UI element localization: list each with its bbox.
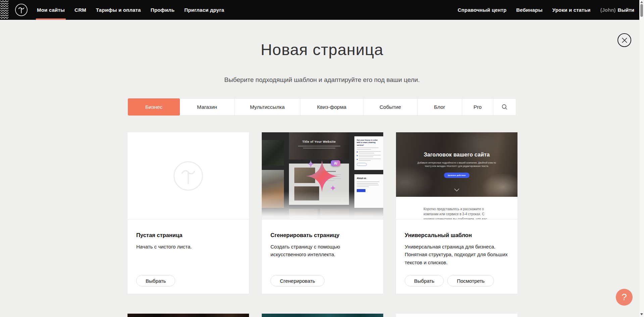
- scrollbar-down-arrow-icon[interactable]: [640, 313, 643, 315]
- user-chunk: (John) Выйти: [600, 7, 634, 13]
- primary-nav: Мои сайты CRM Тарифы и оплата Профиль Пр…: [37, 0, 224, 20]
- card-actions: Сгенерировать: [270, 275, 325, 286]
- template-cards-row: Пустая страница Начать с чистого листа. …: [128, 132, 517, 294]
- page-title: Новая страница: [0, 40, 644, 59]
- chevron-down-icon: [454, 188, 460, 192]
- card-title: Пустая страница: [136, 232, 240, 238]
- scrollbar-thumb[interactable]: [640, 4, 643, 17]
- zigzag-decoration: [0, 0, 9, 20]
- select-button[interactable]: Выбрать: [136, 275, 175, 286]
- tab-quiz-form[interactable]: Квиз-форма: [300, 98, 363, 116]
- nav-tariffs[interactable]: Тарифы и оплата: [96, 0, 141, 20]
- template-cta-button: Целевое действие: [444, 173, 469, 178]
- nav-crm[interactable]: CRM: [75, 0, 86, 20]
- template-preview-partial: [262, 314, 383, 317]
- nav-my-sites-label: Мои сайты: [37, 7, 65, 13]
- help-button[interactable]: ?: [616, 289, 633, 306]
- tilda-logo[interactable]: [15, 3, 28, 16]
- blank-page-preview: [128, 132, 249, 219]
- template-card-partial[interactable]: [396, 314, 517, 317]
- nav-help-center[interactable]: Справочный центр: [458, 0, 507, 20]
- tab-business[interactable]: Бизнес: [128, 98, 180, 116]
- template-hero-title: Заголовок вашего сайта: [396, 152, 517, 158]
- search-icon: [501, 103, 508, 111]
- page: Мои сайты CRM Тарифы и оплата Профиль Пр…: [0, 0, 644, 317]
- template-hero: Заголовок вашего сайта Добавьте интересн…: [396, 132, 517, 197]
- scrollbar-up-arrow-icon[interactable]: [640, 1, 643, 3]
- secondary-nav: Справочный центр Вебинары Уроки и статьи…: [458, 0, 634, 20]
- template-cards-row-2: [128, 314, 517, 317]
- card-description: Начать с чистого листа.: [136, 243, 241, 251]
- template-hero-subtitle: Добавьте интересные подробности о вашей …: [415, 161, 499, 168]
- ai-generate-preview: Title of Your Website Get y: [262, 132, 383, 219]
- logout-link[interactable]: Выйти: [618, 7, 634, 13]
- template-card-ai-generate[interactable]: Title of Your Website Get y: [262, 132, 383, 294]
- active-nav-underline: [36, 18, 66, 20]
- card-title: Сгенерировать страницу: [270, 232, 375, 238]
- universal-template-preview: Заголовок вашего сайта Добавьте интересн…: [396, 132, 517, 219]
- card-body: Универсальный шаблон Универсальная стран…: [396, 219, 517, 293]
- tab-pro[interactable]: Pro: [462, 98, 493, 116]
- template-body-text: Коротко представьтесь и расскажите о ком…: [424, 207, 490, 219]
- tab-blog[interactable]: Блог: [417, 98, 462, 116]
- nav-lessons[interactable]: Уроки и статьи: [552, 0, 591, 20]
- top-nav: Мои сайты CRM Тарифы и оплата Профиль Пр…: [0, 0, 639, 20]
- tab-search[interactable]: [493, 98, 516, 116]
- nav-my-sites[interactable]: Мои сайты: [37, 0, 65, 20]
- card-body: Пустая страница Начать с чистого листа. …: [128, 219, 249, 293]
- template-card-partial[interactable]: [128, 314, 249, 317]
- tab-event[interactable]: Событие: [363, 98, 417, 116]
- generate-button[interactable]: Сгенерировать: [270, 275, 325, 286]
- preview-fade-overlay: [262, 132, 383, 219]
- view-button[interactable]: Посмотреть: [447, 275, 494, 286]
- template-card-universal[interactable]: Заголовок вашего сайта Добавьте интересн…: [396, 132, 517, 294]
- template-category-tabs: Бизнес Магазин Мультиссылка Квиз-форма С…: [128, 98, 516, 116]
- card-body: Сгенерировать страницу Создать страницу …: [262, 219, 383, 293]
- page-subtitle: Выберите подходящий шаблон и адаптируйте…: [0, 76, 644, 84]
- tilda-watermark-icon: [173, 161, 204, 191]
- user-name: (John): [600, 7, 616, 13]
- card-description: Создать страницу с помощью искусственног…: [270, 243, 375, 259]
- nav-webinars[interactable]: Вебинары: [516, 0, 542, 20]
- card-actions: Выбрать Посмотреть: [405, 275, 494, 286]
- template-card-partial[interactable]: [262, 314, 383, 317]
- nav-profile[interactable]: Профиль: [151, 0, 175, 20]
- nav-invite-friend[interactable]: Пригласи друга: [184, 0, 224, 20]
- select-button[interactable]: Выбрать: [405, 275, 444, 286]
- card-actions: Выбрать: [136, 275, 175, 286]
- template-preview-partial: [396, 314, 517, 317]
- card-title: Универсальный шаблон: [405, 232, 509, 238]
- template-card-blank[interactable]: Пустая страница Начать с чистого листа. …: [128, 132, 249, 294]
- tab-store[interactable]: Магазин: [180, 98, 235, 116]
- card-description: Универсальная страница для бизнеса. Поня…: [405, 243, 509, 266]
- help-button-label: ?: [622, 292, 627, 303]
- template-preview-partial: [128, 314, 249, 317]
- tab-multilink[interactable]: Мультиссылка: [235, 98, 300, 116]
